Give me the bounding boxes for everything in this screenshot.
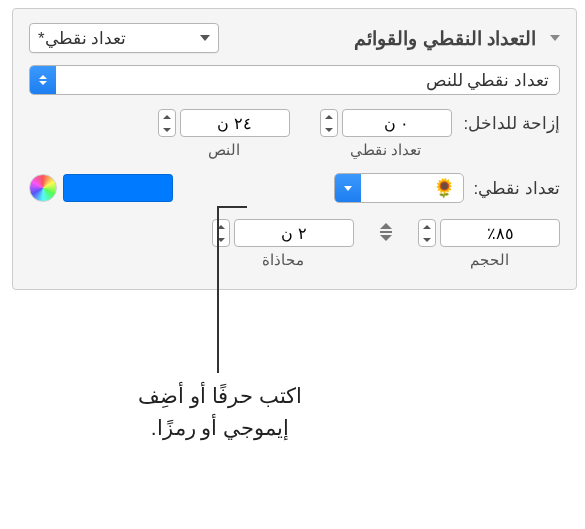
callout-text: اكتب حرفًا أو أضِف إيموجي أو رمزًا. — [90, 380, 350, 443]
section-header: التعداد النقطي والقوائم تعداد نقطي* — [29, 23, 560, 53]
bullet-character-row: تعداد نقطي: 🌻 — [29, 173, 560, 203]
color-wheel-icon[interactable] — [29, 174, 57, 202]
size-caption: الحجم — [470, 251, 509, 269]
vertical-align-icon[interactable] — [376, 219, 396, 241]
bullet-popup-arrow-icon — [335, 174, 361, 202]
align-stepper[interactable] — [212, 219, 230, 247]
align-group: محاذاة — [212, 219, 354, 269]
disclosure-triangle-icon[interactable] — [550, 35, 560, 41]
bullet-indent-caption: تعداد نقطي — [350, 141, 421, 159]
indent-label: إزاحة للداخل: — [464, 109, 560, 134]
callout-line2: إيموجي أو رمزًا. — [151, 416, 290, 439]
list-type-value: تعداد نقطي للنص — [56, 70, 559, 91]
arrow-up-icon — [419, 220, 435, 233]
callout-leader-line-h — [217, 206, 247, 208]
chevron-down-icon — [200, 35, 210, 41]
bullet-emoji: 🌻 — [361, 177, 463, 199]
arrow-up-icon — [159, 110, 175, 123]
align-caption: محاذاة — [262, 251, 304, 269]
text-indent-stepper[interactable] — [158, 109, 176, 137]
popup-arrows-icon — [30, 66, 56, 94]
bullet-color-group — [29, 174, 173, 202]
indent-row: إزاحة للداخل: تعداد نقطي — [29, 109, 560, 159]
size-group: الحجم — [418, 219, 560, 269]
arrow-up-icon — [321, 110, 337, 123]
list-style-popup[interactable]: تعداد نقطي* — [29, 23, 219, 53]
bullet-char-label: تعداد نقطي: — [474, 178, 560, 199]
section-title: التعداد النقطي والقوائم — [354, 27, 536, 50]
callout-leader-line — [217, 208, 219, 373]
bullet-indent-stepper[interactable] — [320, 109, 338, 137]
size-stepper[interactable] — [418, 219, 436, 247]
arrow-down-icon — [213, 233, 229, 246]
text-indent-input[interactable] — [180, 109, 290, 137]
arrow-down-icon — [419, 233, 435, 246]
bullets-lists-panel: التعداد النقطي والقوائم تعداد نقطي* تعدا… — [12, 8, 577, 290]
size-align-row: الحجم محاذاة — [29, 219, 560, 269]
align-input[interactable] — [234, 219, 354, 247]
arrow-up-icon — [213, 220, 229, 233]
list-type-row: تعداد نقطي للنص — [29, 65, 560, 95]
bullet-indent-group: تعداد نقطي — [320, 109, 452, 159]
text-indent-group: النص — [158, 109, 290, 159]
size-input[interactable] — [440, 219, 560, 247]
list-type-popup[interactable]: تعداد نقطي للنص — [29, 65, 560, 95]
text-indent-caption: النص — [208, 141, 240, 159]
arrow-down-icon — [159, 123, 175, 136]
list-style-label: تعداد نقطي* — [38, 28, 126, 49]
bullet-char-field[interactable]: 🌻 — [334, 173, 464, 203]
bullet-color-swatch[interactable] — [63, 174, 173, 202]
bullet-indent-input[interactable] — [342, 109, 452, 137]
callout-line1: اكتب حرفًا أو أضِف — [138, 384, 302, 407]
arrow-down-icon — [321, 123, 337, 136]
